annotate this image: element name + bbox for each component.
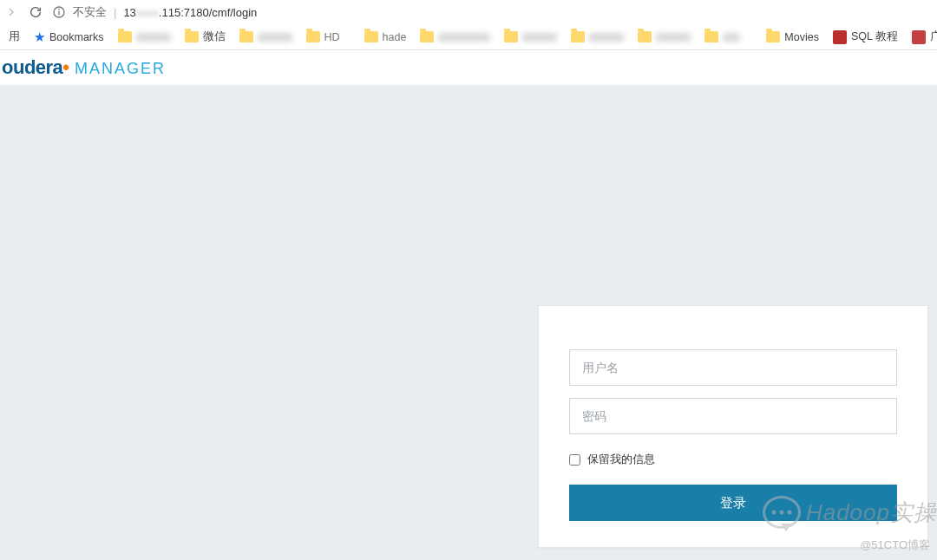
bookmark-label-blurred: [438, 33, 490, 42]
bookmark-item-gz[interactable]: 广州市中: [907, 28, 937, 46]
bookmark-folder[interactable]: [234, 29, 298, 44]
watermark-main: Hadoop实操: [763, 496, 937, 529]
bookmark-folder[interactable]: [499, 29, 562, 44]
bookmark-folder[interactable]: [415, 29, 495, 44]
password-input[interactable]: [569, 398, 897, 434]
svg-point-2: [58, 9, 60, 10]
bookmark-label-blurred: [258, 33, 292, 42]
site-icon: [912, 30, 926, 44]
folder-icon: [766, 31, 780, 42]
nav-forward-button[interactable]: [3, 4, 19, 20]
bookmark-label: HD: [324, 31, 351, 43]
folder-icon: [239, 31, 253, 42]
browser-address-bar: 不安全 | 13xxxx.115:7180/cmf/login: [0, 0, 937, 24]
folder-icon: [704, 31, 718, 42]
info-icon: [52, 5, 66, 19]
folder-icon: [420, 31, 434, 42]
folder-icon: [118, 31, 132, 42]
remember-me-checkbox[interactable]: [569, 454, 580, 466]
reload-button[interactable]: [28, 4, 43, 20]
bookmark-label: 用: [9, 29, 20, 44]
reload-icon: [29, 5, 43, 19]
bookmark-label: Movies: [784, 31, 819, 43]
bookmark-folder[interactable]: [699, 29, 745, 44]
bookmarks-bar: 用 ★ Bookmarks 微信 HD hade Movies SQL 教程 广…: [0, 24, 937, 50]
app-header: oudera• MANAGER: [0, 50, 937, 85]
folder-icon: [571, 31, 585, 42]
bookmark-item-sql[interactable]: SQL 教程: [828, 28, 903, 46]
folder-icon: [185, 31, 199, 42]
folder-icon: [638, 31, 652, 42]
bookmark-label-blurred: [656, 33, 691, 42]
bookmark-label: hade: [383, 31, 407, 43]
logo-text-1: oudera: [2, 56, 62, 79]
folder-icon: [306, 31, 320, 42]
bookmark-folder[interactable]: [566, 29, 629, 44]
bookmark-label: 广州市中: [930, 29, 937, 44]
bookmark-folder[interactable]: hade: [359, 29, 412, 45]
arrow-right-icon: [4, 5, 18, 19]
remember-me-row[interactable]: 保留我的信息: [569, 452, 897, 467]
app-logo: oudera• MANAGER: [2, 56, 166, 79]
bookmark-item-movies[interactable]: Movies: [761, 29, 824, 45]
remember-me-label: 保留我的信息: [587, 452, 655, 467]
bookmark-item-app[interactable]: 用: [3, 28, 25, 46]
username-input[interactable]: [569, 349, 897, 386]
folder-icon: [364, 31, 378, 42]
address-field[interactable]: 不安全 | 13xxxx.115:7180/cmf/login: [52, 4, 934, 20]
logo-dot-icon: •: [62, 56, 69, 79]
bookmark-label-blurred: [723, 33, 740, 42]
bookmark-item-bookmarks[interactable]: ★ Bookmarks: [29, 28, 109, 47]
url-text: 13xxxx.115:7180/cmf/login: [123, 6, 257, 19]
bookmark-label-blurred: [136, 33, 171, 42]
bookmark-folder[interactable]: [113, 29, 176, 44]
bookmark-label: 微信: [203, 29, 226, 44]
page-body: 保留我的信息 登录 Hadoop实操 @51CTO博客: [0, 85, 937, 560]
watermark-small: @51CTO博客: [860, 537, 930, 553]
watermark-text: Hadoop实操: [806, 498, 937, 528]
bookmark-label: Bookmarks: [49, 31, 104, 43]
logo-text-2: MANAGER: [75, 60, 166, 78]
bookmark-label-blurred: [589, 33, 624, 42]
bookmark-folder[interactable]: [632, 29, 696, 44]
security-label: 不安全: [73, 4, 107, 20]
site-icon: [833, 30, 847, 44]
bookmark-label: SQL 教程: [851, 29, 898, 44]
chat-bubble-icon: [763, 496, 801, 529]
folder-icon: [504, 31, 518, 42]
star-icon: ★: [34, 29, 45, 45]
bookmark-label-blurred: [522, 33, 557, 42]
address-separator: |: [114, 6, 116, 19]
bookmark-folder[interactable]: HD: [301, 29, 356, 45]
bookmark-folder[interactable]: 微信: [180, 28, 231, 46]
